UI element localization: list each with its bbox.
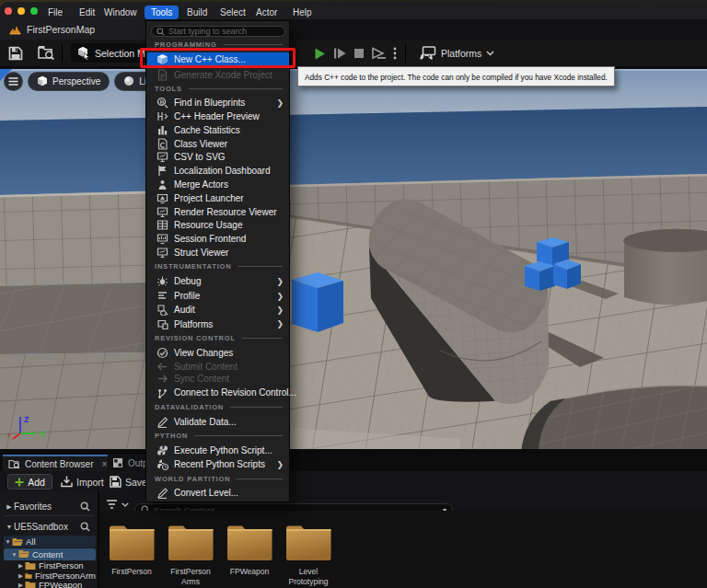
import-button[interactable]: Import — [61, 474, 104, 490]
favorites-row[interactable]: ▶ Favorites — [0, 499, 98, 514]
big-folder-icon — [226, 523, 272, 561]
menu-section-header-line — [194, 435, 283, 436]
macos-menu-help[interactable]: Help — [286, 6, 319, 19]
menu-item-label: CSV to SVG — [174, 152, 289, 162]
menu-item-audit[interactable]: Audit❯ — [147, 303, 289, 317]
menu-section-header-line — [189, 88, 283, 89]
stop-button[interactable] — [354, 48, 365, 59]
header-preview-icon — [156, 110, 168, 122]
menu-item-session-frontend[interactable]: Session Frontend — [147, 232, 289, 246]
menu-item-localization-dashboard[interactable]: Localization Dashboard — [147, 164, 289, 178]
menu-item-label: Generate Xcode Project — [174, 70, 289, 80]
menu-item-debug[interactable]: Debug❯ — [147, 274, 289, 288]
macos-menu-file[interactable]: File — [41, 6, 69, 19]
browse-content-button[interactable] — [38, 45, 55, 61]
tree-caret-closed-icon[interactable]: ▶ — [17, 582, 25, 588]
menu-item-struct-viewer[interactable]: Struct Viewer — [147, 246, 289, 259]
gizmo-z-label: Z — [24, 415, 29, 424]
macos-menu-window[interactable]: Window — [98, 6, 144, 19]
asset-folder-fpweapon[interactable]: FPWeapon — [223, 523, 276, 577]
favorites-search-icon[interactable] — [80, 502, 90, 512]
tree-folder-icon — [25, 561, 36, 571]
save-level-button[interactable] — [8, 46, 23, 61]
menu-item-platforms[interactable]: Platforms❯ — [147, 317, 289, 331]
menu-item-resource-usage[interactable]: Resource Usage — [147, 218, 289, 232]
sources-divider — [4, 515, 94, 516]
platforms-chevron-icon — [486, 51, 494, 56]
menu-item-recent-python-scripts[interactable]: Recent Python Scripts❯ — [147, 457, 289, 471]
blue-cube[interactable] — [292, 272, 343, 332]
macos-menu-build[interactable]: Build — [180, 6, 214, 19]
macos-menu-actor[interactable]: Actor — [249, 6, 284, 19]
menu-item-csv-to-svg[interactable]: CSV to SVG — [147, 150, 289, 164]
lit-sphere-icon — [123, 75, 134, 86]
import-icon — [61, 476, 73, 488]
menu-item-execute-python-script[interactable]: Execute Python Script... — [147, 444, 289, 457]
menu-item-convert-level[interactable]: Convert Level... — [147, 486, 289, 500]
menu-section-header-line — [230, 407, 283, 408]
menu-section-header: WORLD PARTITION — [147, 472, 289, 486]
tree-caret-open-icon[interactable]: ▼ — [4, 538, 12, 545]
asset-folder-level-prototyping[interactable]: Level Prototyping — [282, 523, 335, 586]
menu-item-sync-content[interactable]: Sync Content — [147, 372, 289, 386]
perspective-dropdown[interactable]: Perspective — [28, 72, 110, 91]
tree-item-fpweapon[interactable]: ▶FPWeapon — [4, 579, 96, 588]
close-traffic-light[interactable] — [5, 7, 12, 15]
play-button[interactable] — [313, 47, 327, 61]
menu-item-merge-actors[interactable]: Merge Actors — [147, 178, 289, 191]
play-options-ellipsis[interactable] — [393, 47, 397, 60]
filter-chevron-icon[interactable] — [122, 502, 129, 507]
tools-menu: Start typing to search PROGRAMMINGNew C+… — [145, 20, 290, 502]
add-button[interactable]: Add — [7, 474, 52, 490]
menu-item-render-resource-viewer[interactable]: Render Resource Viewer — [147, 205, 289, 219]
viewport-menu-button[interactable] — [4, 72, 23, 91]
menu-item-c-header-preview[interactable]: C++ Header Preview — [147, 110, 289, 123]
menu-item-view-changes[interactable]: View Changes — [147, 346, 289, 360]
menu-item-label: Convert Level... — [174, 488, 289, 498]
filter-funnel-icon[interactable] — [106, 500, 118, 510]
menu-item-validate-data[interactable]: Validate Data... — [147, 415, 289, 429]
launch-button[interactable] — [371, 47, 387, 60]
tab-close-icon[interactable]: × — [101, 459, 107, 469]
tree-caret-open-icon[interactable]: ▼ — [10, 551, 18, 558]
menu-item-find-in-blueprints[interactable]: Find in Blueprints❯ — [147, 96, 289, 110]
collection-row[interactable]: ▼ UE5Sandbox — [0, 519, 98, 535]
asset-folder-firstperson[interactable]: FirstPerson — [105, 523, 158, 577]
tab-content-browser[interactable]: Content Browser × — [3, 455, 108, 471]
menu-item-class-viewer[interactable]: Class Viewer — [147, 137, 289, 151]
menu-section-header-line — [238, 266, 283, 267]
macos-menu-select[interactable]: Select — [214, 6, 252, 19]
menu-section-header-label: INSTRUMENTATION — [155, 262, 231, 271]
collection-search-icon[interactable] — [80, 522, 90, 532]
submenu-arrow-icon: ❯ — [276, 306, 284, 315]
table-icon — [156, 219, 168, 231]
menu-item-label: Class Viewer — [174, 139, 289, 149]
frame-skip-button[interactable] — [333, 47, 347, 60]
menu-item-connect-to-revision-control[interactable]: Connect to Revision Control... — [147, 386, 289, 399]
tree-folder-icon — [25, 581, 36, 588]
level-viewport[interactable]: Z Y x Perspective — [0, 69, 707, 454]
big-folder-icon — [168, 523, 214, 561]
zoom-traffic-light[interactable] — [30, 7, 38, 15]
menu-item-cache-statistics[interactable]: Cache Statistics — [147, 123, 289, 137]
tree-item-all[interactable]: ▼All — [4, 536, 96, 548]
asset-folder-label: FirstPerson Arms — [164, 567, 217, 586]
menu-search-placeholder: Start typing to search — [168, 27, 247, 36]
tree-item-content[interactable]: ▼Content — [4, 548, 96, 560]
menu-item-generate-xcode-project[interactable]: Generate Xcode Project — [147, 68, 289, 82]
platforms-dropdown[interactable]: Platforms — [419, 43, 494, 63]
save-all-button[interactable]: Save — [110, 474, 147, 490]
menu-item-profile[interactable]: Profile❯ — [147, 289, 289, 303]
tree-folder-icon — [12, 537, 23, 547]
right-cylinder[interactable] — [623, 228, 707, 305]
asset-folder-firstperson-arms[interactable]: FirstPerson Arms — [164, 523, 217, 586]
import-button-label: Import — [76, 477, 104, 488]
minimize-traffic-light[interactable] — [17, 7, 25, 15]
menu-item-project-launcher[interactable]: Project Launcher — [147, 191, 289, 205]
monitor-chart-icon — [156, 247, 168, 259]
macos-menu-tools[interactable]: Tools — [145, 6, 179, 19]
menu-search-input[interactable]: Start typing to search — [151, 26, 285, 37]
menu-section-header-line — [237, 478, 283, 479]
level-tab[interactable]: FirstPersonMap — [0, 19, 147, 40]
tree-caret-closed-icon[interactable]: ▶ — [17, 562, 25, 570]
